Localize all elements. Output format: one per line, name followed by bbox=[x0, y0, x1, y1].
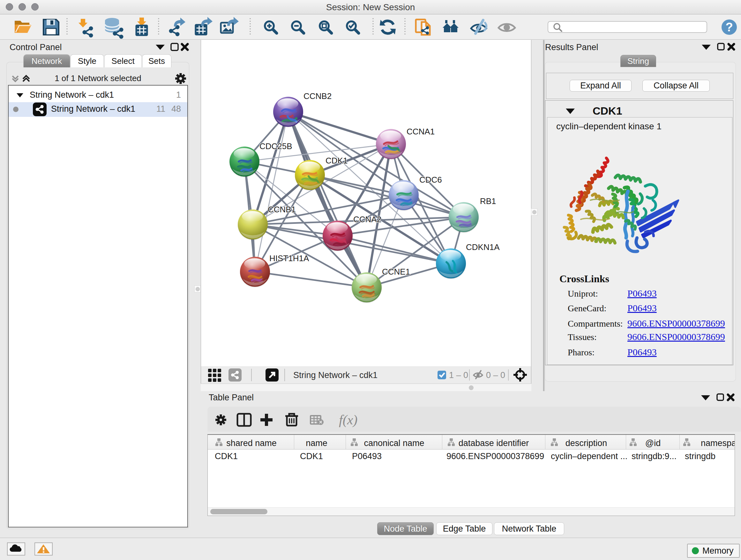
svg-text:?: ? bbox=[725, 20, 733, 34]
svg-text:CDC6: CDC6 bbox=[419, 175, 442, 185]
svg-text:1 – 0: 1 – 0 bbox=[449, 370, 468, 380]
svg-text:@id: @id bbox=[645, 438, 661, 448]
svg-text:name: name bbox=[306, 438, 327, 448]
svg-text:CDC25B: CDC25B bbox=[259, 141, 292, 151]
svg-text:0 – 0: 0 – 0 bbox=[486, 370, 505, 380]
svg-text:f(x): f(x) bbox=[339, 413, 357, 428]
svg-text:RB1: RB1 bbox=[480, 196, 496, 206]
svg-text:CCNE1: CCNE1 bbox=[382, 267, 410, 276]
svg-text:database identifier: database identifier bbox=[459, 438, 529, 448]
svg-text:canonical name: canonical name bbox=[364, 438, 424, 448]
svg-text:HIST1H1A: HIST1H1A bbox=[269, 253, 309, 263]
svg-text:CDK1: CDK1 bbox=[326, 156, 347, 165]
svg-text:CDKN1A: CDKN1A bbox=[466, 242, 500, 252]
svg-text:CCNA1: CCNA1 bbox=[407, 127, 434, 136]
svg-text:CCNA2: CCNA2 bbox=[353, 214, 381, 224]
svg-text:shared name: shared name bbox=[226, 438, 277, 448]
svg-text:String Network – cdk1: String Network – cdk1 bbox=[293, 370, 378, 380]
svg-text:namespace: namespace bbox=[701, 438, 735, 448]
svg-text:CCNB2: CCNB2 bbox=[304, 91, 332, 101]
svg-text:CCNB1: CCNB1 bbox=[268, 205, 296, 214]
svg-text:description: description bbox=[565, 438, 607, 448]
